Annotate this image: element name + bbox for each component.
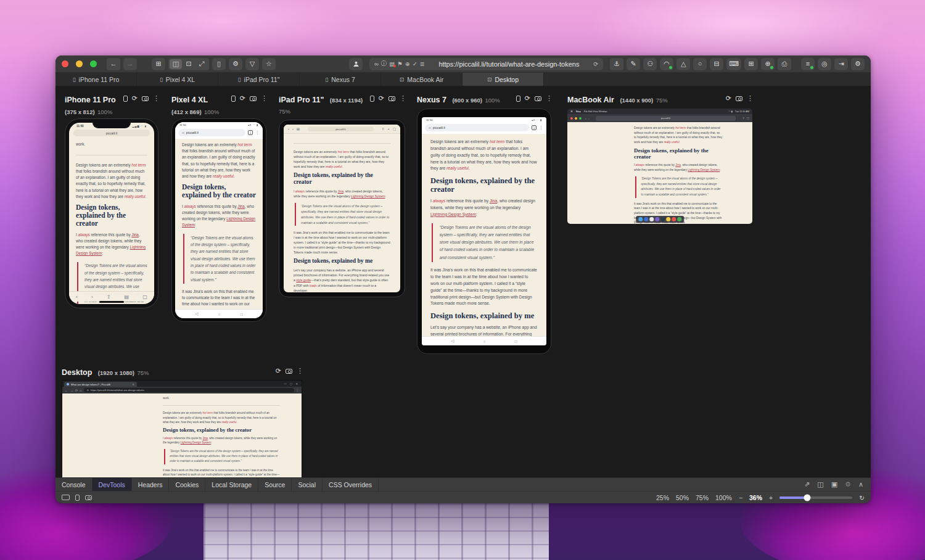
minimize-window-button[interactable] [575, 117, 577, 120]
browser-tab[interactable]: What are design tokens? - Piccalilli ✕ [64, 382, 137, 387]
jina-link[interactable]: Jina [490, 199, 497, 203]
device-phone-icon[interactable] [75, 495, 80, 501]
bookmark-flag-icon[interactable]: ⚑ [397, 60, 403, 67]
reload-icon[interactable]: ⟳ [593, 60, 598, 67]
reset-zoom-icon[interactable]: ↻ [859, 494, 865, 501]
screenshot-icon[interactable] [535, 96, 541, 101]
zoom-preset-75[interactable]: 75% [696, 494, 709, 501]
tab-social[interactable]: Social [292, 478, 323, 491]
lightning-design-system-link[interactable]: Lightning Design System [180, 441, 211, 444]
workspace-wheel-icon[interactable]: ⚙ [229, 58, 242, 70]
reload-panel-icon[interactable]: ⟳ [525, 94, 530, 102]
zoom-in-button[interactable]: + [769, 494, 773, 501]
reader-icon[interactable]: ▤ [389, 60, 395, 67]
back-icon[interactable]: ‹ [585, 117, 586, 120]
android-back-icon[interactable]: ◁ [195, 311, 198, 316]
dock-app-icon[interactable] [677, 217, 681, 221]
reload-panel-icon[interactable]: ⟳ [276, 367, 281, 375]
dock-app-icon[interactable] [672, 217, 676, 221]
android-recents-icon[interactable]: □ [515, 339, 517, 344]
filter-icon[interactable]: ▽ [245, 58, 259, 70]
panel-menu-icon[interactable]: ⋮ [153, 94, 160, 102]
back-icon[interactable]: ← [65, 389, 68, 392]
minimize-window-button[interactable] [76, 60, 83, 67]
panel-settings-icon[interactable]: ⚙ [845, 480, 851, 488]
panel-menu-icon[interactable]: ⋮ [747, 94, 754, 102]
apple-menu-icon[interactable]: ⌘ [570, 110, 573, 113]
jina-link[interactable]: Jina [131, 233, 139, 237]
style-guide-link[interactable]: style guide [296, 278, 311, 282]
safari-new-tab-icon[interactable]: + [387, 127, 389, 131]
forward-icon[interactable]: › [588, 117, 590, 120]
zoom-preset-25[interactable]: 25% [656, 494, 669, 501]
dock-app-icon[interactable] [649, 217, 654, 221]
url-text[interactable]: https://piccalil.li/tutorial/what-are-de… [427, 60, 591, 68]
rotate-device-icon[interactable] [231, 96, 236, 102]
close-window-button[interactable] [570, 117, 573, 120]
reload-icon[interactable]: ⟳ [75, 389, 78, 392]
maximize-icon[interactable]: ▢ [290, 382, 292, 385]
safari-url-pill[interactable]: piccalil.li [73, 130, 150, 136]
safari-url-pill[interactable]: piccalil.li [308, 126, 374, 131]
layout-card-icon[interactable] [62, 495, 70, 500]
split-view-icon[interactable]: ◫ [817, 480, 823, 488]
anchor-icon[interactable]: ⚓ [610, 58, 623, 70]
dock-app-icon[interactable] [644, 217, 648, 221]
reload-panel-icon[interactable]: ⟳ [379, 94, 384, 102]
device-tab-pixel-4-xl[interactable]: ▯Pixel 4 XL [137, 73, 218, 86]
panel-menu-icon[interactable]: ⋮ [261, 94, 268, 102]
minimize-icon[interactable]: — [284, 382, 287, 385]
table-grid-icon[interactable]: ⊞ [744, 58, 758, 70]
screenshot-icon[interactable] [736, 96, 742, 101]
outline-triangle-icon[interactable]: △ [676, 58, 690, 70]
dock-app-icon[interactable] [638, 217, 643, 221]
export-icon[interactable]: ⇥ [834, 58, 848, 70]
live-sync-wifi-icon[interactable]: ◠ [660, 58, 673, 70]
device-preview-workspace[interactable]: iPhone 11 Pro (375 x 812) 100% ⟳ ⋮ 11:50… [56, 86, 871, 477]
tabs-icon[interactable]: ▢ [747, 117, 749, 120]
storage-drawer-icon[interactable]: ⊟ [710, 58, 723, 70]
safari-sidebar-icon[interactable]: ▤ [297, 127, 300, 131]
device-tab-ipad-pro-11[interactable]: ▯iPad Pro 11" [218, 73, 300, 86]
zoom-out-button[interactable]: − [739, 494, 742, 501]
chrome-url-pill[interactable]: ⊙piccalil.li [425, 124, 529, 131]
tab-headers[interactable]: Headers [132, 478, 170, 491]
safari-tabs-icon[interactable]: ▢ [142, 294, 147, 300]
globe-icon[interactable]: ⊕ [405, 60, 410, 67]
forward-button[interactable]: → [123, 58, 137, 70]
device-tab-nexus-7[interactable]: ▯Nexus 7 [300, 73, 381, 86]
jina-link[interactable]: Jina [237, 204, 245, 208]
safari-share-icon[interactable]: ⇧ [107, 294, 111, 300]
screenshot-all-icon[interactable] [85, 495, 92, 500]
lightning-design-system-link[interactable]: Lightning Design System [688, 168, 720, 171]
close-icon[interactable]: ✕ [295, 382, 298, 385]
dock-app-icon[interactable] [655, 217, 659, 221]
reload-panel-icon[interactable]: ⟳ [726, 94, 731, 102]
screenshot-icon[interactable] [250, 96, 257, 101]
safari-share-icon[interactable]: ⇧ [382, 127, 385, 131]
home-icon[interactable]: ⌂ [80, 389, 81, 392]
chrome-url-pill[interactable]: ⊙piccalil.li [178, 129, 245, 136]
back-button[interactable]: ← [107, 58, 120, 70]
settings-gear-icon[interactable]: ⚙ [851, 58, 865, 70]
dock-app-icon[interactable] [666, 217, 670, 221]
reload-panel-icon[interactable]: ⟳ [132, 94, 138, 102]
jina-link[interactable]: Jina [338, 189, 343, 193]
chrome-menu-icon[interactable]: ⋮ [255, 130, 260, 135]
favorites-star-icon[interactable]: ☆ [262, 58, 276, 70]
edit-pencil-icon[interactable]: ✎ [627, 58, 640, 70]
zoom-slider-knob[interactable] [804, 494, 811, 501]
screenshot-icon[interactable] [142, 96, 149, 101]
devices-icon[interactable]: ▯ [212, 58, 226, 70]
device-tab-macbook-air[interactable]: ⊡MacBook Air [381, 73, 462, 86]
safari-back-icon[interactable]: ‹ [288, 127, 289, 131]
jina-link[interactable]: Jina [675, 163, 681, 167]
tab-devtools[interactable]: DevTools [92, 478, 132, 491]
safari-back-icon[interactable]: ‹ [76, 294, 78, 300]
share-icon[interactable]: ⇧ [742, 117, 745, 120]
info-icon[interactable]: ⓘ [381, 60, 387, 68]
tuning-sliders-icon[interactable]: ≡ [801, 58, 815, 70]
android-home-icon[interactable]: ○ [218, 312, 221, 316]
panel-menu-icon[interactable]: ⋮ [400, 94, 406, 102]
dock-app-icon[interactable] [660, 217, 665, 221]
